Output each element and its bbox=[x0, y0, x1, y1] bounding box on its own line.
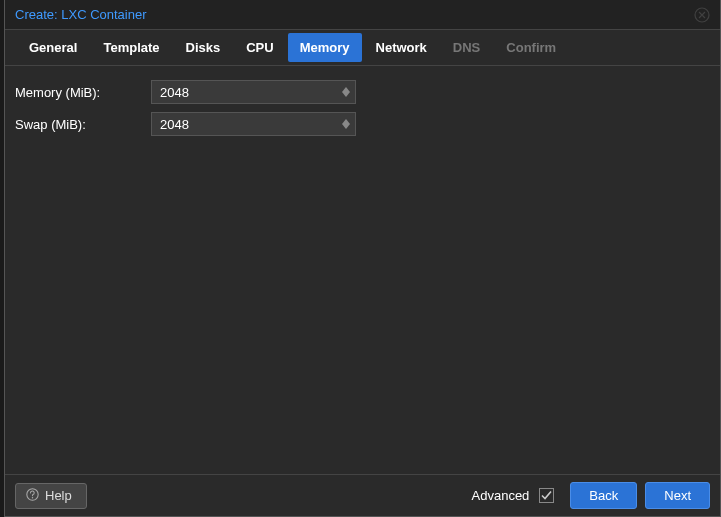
create-container-dialog: Create: LXC Container General Template D… bbox=[4, 0, 721, 517]
memory-label: Memory (MiB): bbox=[15, 85, 145, 100]
tab-template[interactable]: Template bbox=[91, 33, 171, 62]
memory-row: Memory (MiB): 2048 bbox=[15, 80, 710, 104]
close-icon[interactable] bbox=[694, 7, 710, 23]
swap-input[interactable]: 2048 bbox=[151, 112, 356, 136]
advanced-label: Advanced bbox=[472, 488, 530, 503]
next-button[interactable]: Next bbox=[645, 482, 710, 509]
footer-left: Help bbox=[15, 483, 87, 509]
footer-right: Advanced Back Next bbox=[472, 482, 710, 509]
help-icon bbox=[26, 488, 39, 504]
memory-input[interactable]: 2048 bbox=[151, 80, 356, 104]
wizard-tabs: General Template Disks CPU Memory Networ… bbox=[5, 30, 720, 66]
memory-stepper-icon[interactable] bbox=[337, 81, 355, 103]
help-label: Help bbox=[45, 488, 72, 503]
dialog-footer: Help Advanced Back Next bbox=[5, 474, 720, 516]
checkmark-icon bbox=[541, 490, 552, 501]
svg-point-2 bbox=[32, 497, 33, 498]
tab-content: Memory (MiB): 2048 Swap (MiB): 2048 bbox=[5, 66, 720, 474]
dialog-title: Create: LXC Container bbox=[15, 7, 147, 22]
tab-general[interactable]: General bbox=[17, 33, 89, 62]
swap-value: 2048 bbox=[152, 117, 337, 132]
swap-label: Swap (MiB): bbox=[15, 117, 145, 132]
back-button[interactable]: Back bbox=[570, 482, 637, 509]
memory-value: 2048 bbox=[152, 85, 337, 100]
tab-confirm: Confirm bbox=[494, 33, 568, 62]
swap-row: Swap (MiB): 2048 bbox=[15, 112, 710, 136]
tab-memory[interactable]: Memory bbox=[288, 33, 362, 62]
tab-network[interactable]: Network bbox=[364, 33, 439, 62]
help-button[interactable]: Help bbox=[15, 483, 87, 509]
tab-dns: DNS bbox=[441, 33, 492, 62]
dialog-titlebar: Create: LXC Container bbox=[5, 0, 720, 30]
swap-stepper-icon[interactable] bbox=[337, 113, 355, 135]
advanced-checkbox[interactable] bbox=[539, 488, 554, 503]
tab-disks[interactable]: Disks bbox=[174, 33, 233, 62]
tab-cpu[interactable]: CPU bbox=[234, 33, 285, 62]
